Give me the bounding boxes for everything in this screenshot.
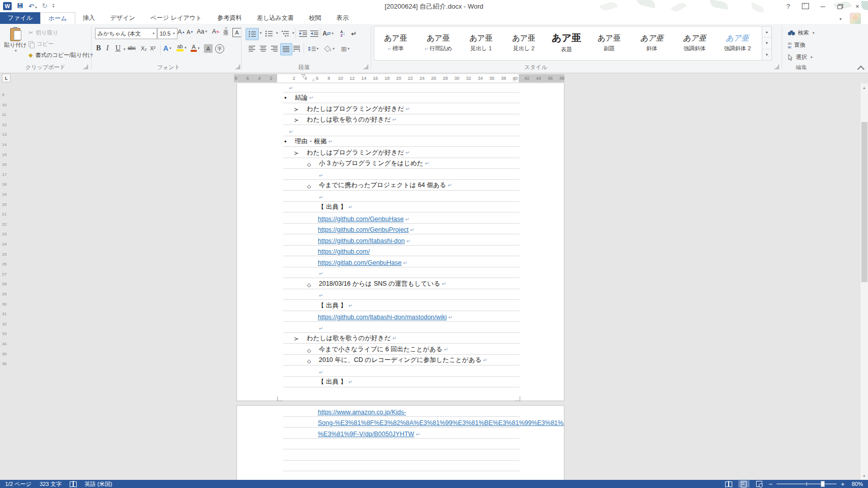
enclose-characters-button[interactable]: 字 [215,44,224,53]
ribbon-tab-2[interactable]: 挿入 [75,12,103,24]
styles-dialog-launcher[interactable] [774,65,779,69]
grow-font-button[interactable]: A▲ [177,28,185,36]
clear-formatting-button[interactable]: A▰ [212,28,220,35]
increase-indent-button[interactable] [309,28,320,39]
bullets-caret-icon[interactable]: ▾ [260,31,262,35]
paste-button[interactable]: 貼り付け ▾ [4,27,26,64]
gridline-row[interactable] [283,471,520,480]
document-area[interactable]: 9101112131415161718192021222324252627282… [0,83,868,480]
ribbon-tab-1[interactable]: ホーム [40,12,75,24]
text-line[interactable]: ≻わたしは歌を歌うのが好きだ↵ [283,114,520,126]
empty-line[interactable]: ↵ [283,169,520,180]
phonetic-guide-button[interactable]: ア亜 [223,27,229,36]
text-line[interactable]: ◇2010 年に、CD のレコーディングに参加したことがある↵ [283,355,520,366]
text-line[interactable]: •理由・根拠↵ [283,136,520,147]
text-line[interactable]: ◇今までに携わったプロジェクトは 64 個ある↵ [283,180,520,191]
find-button[interactable]: 検索 ▾ [788,29,815,37]
font-size-combo[interactable]: 10.5▾ [157,28,177,39]
zoom-in-button[interactable]: + [841,481,845,487]
italic-button[interactable]: I [106,44,109,52]
scroll-down-icon[interactable]: ▼ [860,472,868,480]
style-card-6[interactable]: あア亜副題 [588,26,631,60]
gridline-row[interactable] [283,449,520,461]
proofing-status-icon[interactable] [70,481,76,486]
subscript-button[interactable]: X₂ [141,45,147,51]
hyperlink-line[interactable]: https://github.com/Itabashi-don↵ [283,234,520,246]
style-card-7[interactable]: あア亜斜体 [631,26,673,60]
tab-stop-selector[interactable]: L [2,74,11,82]
hyperlink-text[interactable]: https://github.com/GenbuHase [318,216,404,223]
show-paragraph-marks-button[interactable]: ↵ [348,28,360,39]
font-color-button[interactable]: A▾ [191,44,200,52]
ribbon-display-options-button[interactable] [797,1,814,12]
replace-button[interactable]: abac 置換 [788,41,805,49]
hyperlink-line[interactable]: Song-%E3%81%8F%E3%82%8A%E3%81%99%E3%81%B… [283,417,520,428]
numbering-caret-icon[interactable]: ▾ [276,31,278,35]
font-dialog-launcher[interactable] [235,65,240,69]
strikethrough-button[interactable]: abc [128,45,136,51]
styles-scroll-down-icon[interactable]: ▼ [762,38,771,49]
copy-button[interactable]: コピー [28,40,54,48]
hyperlink-text[interactable]: https://gitlab.com/GenbuHase [318,259,402,266]
minimize-button[interactable]: ─ [814,1,831,12]
styles-scroll-up-icon[interactable]: ▲ [762,26,771,38]
hyperlink-text[interactable]: Song-%E3%81%8F%E3%82%8A%E3%81%99%E3%81%B… [318,419,564,426]
text-line[interactable]: 【 出典 】↵ [283,377,520,388]
hyperlink-text[interactable]: https://github.com/ [318,248,370,255]
text-line[interactable]: 【 出典 】↵ [283,202,520,213]
select-button[interactable]: 選択 ▾ [788,53,813,61]
empty-line[interactable]: ↵ [283,83,520,93]
styles-gallery-more-icon[interactable]: ▼̱ [762,49,771,60]
web-layout-button[interactable] [754,480,765,487]
multilevel-caret-icon[interactable]: ▾ [292,31,294,35]
scroll-up-icon[interactable]: ▲ [860,83,868,92]
style-card-1[interactable]: あア亜↵標準 [374,26,417,60]
style-card-4[interactable]: あア亜見出し 2 [502,26,545,60]
text-line[interactable]: ◇2018/03/16 からは SNS の運営もしている↵ [283,278,520,289]
justify-button[interactable] [280,43,292,55]
shrink-font-button[interactable]: A▼ [187,29,193,35]
borders-button[interactable]: ⊞▾ [339,43,351,54]
zoom-level[interactable]: 80% [849,481,863,487]
empty-line[interactable]: ↵ [283,191,520,202]
underline-caret-icon[interactable]: ▾ [124,47,126,51]
asian-layout-button[interactable]: A⇄▾ [322,28,334,39]
text-line[interactable]: ≻わたしはプログラミングが好きだ↵ [283,147,520,158]
character-shading-button[interactable]: A [204,44,213,53]
page-indicator[interactable]: 1/2 ページ [5,480,32,488]
style-card-9[interactable]: あア亜強調斜体 2 [716,26,759,60]
empty-line[interactable]: ↵ [283,365,520,377]
align-center-button[interactable] [258,43,269,54]
hyperlink-line[interactable]: https://github.com/Itabashi-don/mastodon… [283,311,520,322]
empty-line[interactable]: ↵ [283,322,520,333]
zoom-slider[interactable] [776,483,836,484]
character-border-button[interactable]: A [232,28,242,37]
user-avatar[interactable] [850,13,861,24]
hyperlink-line[interactable]: https://github.com/ [283,246,520,257]
ribbon-tab-6[interactable]: 差し込み文書 [249,12,302,24]
font-name-combo[interactable]: みかちゃん (本文▾ [95,28,157,39]
style-card-8[interactable]: あア亜強調斜体 [673,26,716,60]
sort-button[interactable]: AZ↓ [337,28,348,39]
hyperlink-line[interactable]: https://www.amazon.co.jp/Kids- [283,406,520,417]
hyperlink-line[interactable]: %E3%81%9F-V/dp/B0050JYHTW↵ [283,428,520,439]
numbering-button[interactable] [263,28,275,39]
text-effects-button[interactable]: A▾ [163,44,171,52]
read-mode-button[interactable] [723,480,734,487]
decrease-indent-button[interactable] [297,28,309,39]
text-line[interactable]: ◇小 3 からプログラミングをはじめた↵ [283,158,520,169]
language-indicator[interactable]: 英語 (米国) [84,480,112,488]
highlight-color-button[interactable]: ab▾ [176,44,187,51]
hyperlink-text[interactable]: https://www.amazon.co.jp/Kids- [318,409,406,416]
paragraph-dialog-launcher[interactable] [364,65,368,69]
document-page-1[interactable]: ↵•結論↵≻わたしはプログラミングが好きだ↵≻わたしは歌を歌うのが好きだ↵↵•理… [236,83,564,401]
bold-button[interactable]: B [96,44,101,52]
ribbon-tab-7[interactable]: 校閲 [302,12,329,24]
tab-file[interactable]: ファイル [0,12,40,24]
multilevel-list-button[interactable] [279,28,291,39]
hanging-indent-marker[interactable]: ⌂ [312,78,315,82]
word-count[interactable]: 323 文字 [40,480,62,488]
align-right-button[interactable] [269,43,280,54]
zoom-slider-thumb[interactable] [821,481,825,487]
shading-button[interactable]: ▾ [323,43,335,54]
